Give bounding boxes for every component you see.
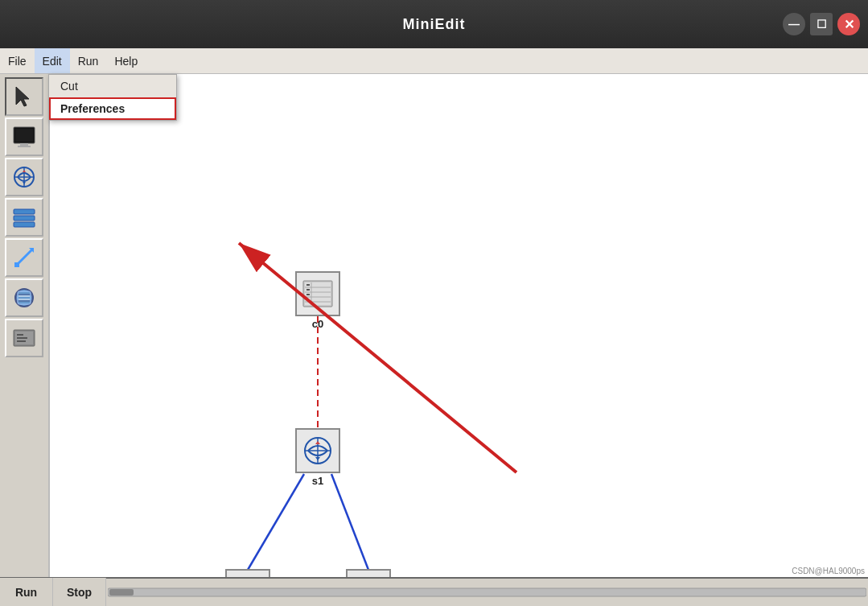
- tool-draw[interactable]: [5, 238, 43, 277]
- svg-line-27: [331, 474, 368, 570]
- canvas[interactable]: c0 s1: [50, 74, 868, 577]
- edit-dropdown: Cut Preferences: [48, 74, 177, 121]
- host-h2-icon: [346, 569, 391, 577]
- svg-rect-38: [306, 289, 310, 291]
- stop-button[interactable]: Stop: [53, 578, 106, 606]
- host-icon: [11, 124, 37, 150]
- cursor-icon: [11, 84, 37, 109]
- switch-icon: [11, 164, 37, 190]
- svg-rect-9: [14, 209, 35, 214]
- close-button[interactable]: ✕: [837, 13, 860, 35]
- svg-rect-4: [18, 146, 31, 147]
- node-s1-label: s1: [312, 475, 323, 487]
- svg-rect-5: [15, 129, 33, 142]
- line-icon: [11, 245, 37, 270]
- node-c0-label: c0: [312, 318, 323, 330]
- left-toolbar: [0, 74, 50, 577]
- svg-marker-0: [16, 87, 29, 106]
- menu-edit[interactable]: Edit: [35, 48, 70, 73]
- tool-host[interactable]: [5, 117, 43, 156]
- router-icon: [11, 285, 37, 311]
- window-controls: — ☐ ✕: [783, 13, 860, 35]
- minimize-button[interactable]: —: [783, 13, 805, 35]
- tool-switch[interactable]: [5, 158, 43, 196]
- tool-terminal[interactable]: [5, 319, 43, 357]
- maximize-button[interactable]: ☐: [810, 13, 833, 35]
- annotation-arrow: [50, 74, 868, 577]
- stack-icon: [11, 204, 37, 230]
- svg-rect-37: [306, 284, 310, 286]
- menu-help[interactable]: Help: [106, 48, 146, 73]
- scrollbar-track: [108, 585, 866, 600]
- titlebar: MiniEdit — ☐ ✕: [0, 0, 868, 48]
- svg-rect-51: [108, 588, 866, 596]
- bottombar: Run Stop: [0, 577, 868, 606]
- svg-line-29: [239, 243, 516, 472]
- app-title: MiniEdit: [403, 16, 466, 33]
- svg-rect-3: [20, 143, 28, 146]
- terminal-icon: [11, 325, 37, 351]
- node-h1[interactable]: h1: [225, 569, 270, 577]
- scrollbar-bottom[interactable]: [106, 579, 868, 606]
- svg-rect-10: [14, 216, 35, 221]
- menu-file[interactable]: File: [0, 48, 35, 73]
- node-c0[interactable]: c0: [295, 271, 340, 330]
- host-h1-icon: [225, 569, 270, 577]
- main-area: c0 s1: [0, 74, 868, 577]
- svg-rect-11: [14, 222, 35, 227]
- menu-cut[interactable]: Cut: [49, 75, 176, 97]
- node-s1[interactable]: s1: [295, 428, 340, 487]
- tool-router[interactable]: [5, 278, 43, 317]
- connections-svg: [50, 74, 868, 577]
- watermark: CSDN@HAL9000ps: [792, 567, 865, 575]
- svg-line-26: [248, 474, 304, 570]
- tool-link[interactable]: [5, 198, 43, 237]
- menubar: File Edit Run Help Cut Preferences: [0, 48, 868, 74]
- menu-run[interactable]: Run: [70, 48, 107, 73]
- svg-rect-52: [109, 589, 134, 596]
- controller-icon: [295, 271, 340, 316]
- run-button[interactable]: Run: [0, 578, 53, 606]
- svg-rect-39: [306, 294, 310, 295]
- tool-select[interactable]: [5, 77, 43, 116]
- node-h2[interactable]: h2: [346, 569, 391, 577]
- svg-rect-16: [16, 295, 32, 301]
- menu-preferences[interactable]: Preferences: [49, 97, 176, 120]
- svg-rect-13: [14, 262, 19, 267]
- switch-node-icon: [295, 428, 340, 473]
